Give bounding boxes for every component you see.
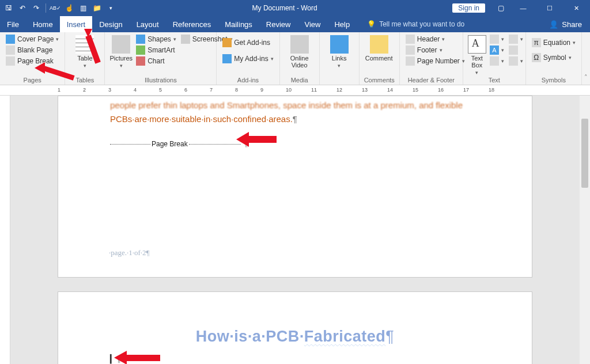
page-break-button[interactable]: Page Break bbox=[5, 56, 60, 66]
group-tables: Table Tables bbox=[65, 32, 105, 85]
symbol-button[interactable]: ΩSymbol bbox=[531, 52, 577, 63]
save-icon[interactable]: 🖫 bbox=[2, 2, 15, 14]
get-addins-button[interactable]: Get Add-ins bbox=[221, 37, 274, 48]
redo-icon[interactable]: ↷ bbox=[30, 2, 43, 14]
qat-customize-icon[interactable]: ▾ bbox=[104, 2, 117, 14]
video-icon bbox=[290, 35, 309, 54]
share-button[interactable]: 👤 Share bbox=[541, 16, 590, 32]
dotted-line bbox=[110, 144, 150, 145]
share-label: Share bbox=[562, 20, 582, 29]
equation-button[interactable]: πEquation bbox=[531, 37, 577, 48]
comment-button[interactable]: Comment bbox=[364, 34, 394, 62]
body-text[interactable]: people prefer thin laptops and Smartphon… bbox=[110, 98, 480, 126]
symbol-label: Symbol bbox=[543, 54, 566, 62]
shapes-icon bbox=[136, 35, 145, 44]
tab-review[interactable]: Review bbox=[259, 16, 298, 32]
group-label-symbols: Symbols bbox=[531, 77, 577, 85]
chart-button[interactable]: Chart bbox=[135, 56, 177, 66]
document-canvas[interactable]: people prefer thin laptops and Smartphon… bbox=[10, 96, 580, 364]
quickparts-button[interactable] bbox=[489, 34, 505, 44]
undo-icon[interactable]: ↶ bbox=[16, 2, 29, 14]
table-button[interactable]: Table bbox=[70, 34, 100, 69]
tab-mailings[interactable]: Mailings bbox=[218, 16, 259, 32]
group-symbols: πEquation ΩSymbol Symbols bbox=[526, 32, 582, 85]
table-icon bbox=[75, 35, 94, 54]
minimize-button[interactable]: — bbox=[510, 0, 536, 16]
pictures-button[interactable]: Pictures bbox=[109, 34, 133, 69]
pictures-label: Pictures bbox=[109, 55, 133, 62]
maximize-button[interactable]: ☐ bbox=[537, 0, 562, 16]
tab-insert[interactable]: Insert bbox=[60, 16, 93, 32]
pilcrow-icon: ¶ bbox=[293, 114, 297, 124]
group-label-comments: Comments bbox=[364, 77, 395, 85]
chart-label: Chart bbox=[148, 57, 164, 65]
lightbulb-icon: 💡 bbox=[367, 20, 376, 28]
textbox-button[interactable]: AText Box bbox=[468, 34, 486, 75]
tab-layout[interactable]: Layout bbox=[130, 16, 166, 32]
object-button[interactable] bbox=[508, 56, 524, 66]
table-label: Table bbox=[77, 55, 92, 62]
spellcheck-icon[interactable]: AB✓ bbox=[49, 2, 62, 14]
group-header-footer: Header Footer Page Number Header & Foote… bbox=[400, 32, 463, 85]
close-button[interactable]: ✕ bbox=[563, 0, 589, 16]
ribbon-tabs: File Home Insert Design Layout Reference… bbox=[0, 16, 590, 32]
links-button[interactable]: Links bbox=[324, 34, 354, 69]
ribbon: Cover Page Blank Page Page Break Pages T… bbox=[0, 32, 590, 85]
wordart-icon: A bbox=[490, 46, 499, 55]
wordart-button[interactable]: A bbox=[489, 45, 505, 55]
scrollbar-thumb[interactable] bbox=[581, 119, 588, 188]
page-2[interactable]: How·is·a·PCB·Fabricated¶ ▎¶ bbox=[58, 291, 532, 364]
pilcrow-icon: ¶ bbox=[116, 354, 121, 363]
footer-button[interactable]: Footer bbox=[404, 45, 466, 55]
equation-label: Equation bbox=[543, 39, 570, 47]
my-addins-button[interactable]: My Add-ins bbox=[221, 54, 274, 64]
tab-help[interactable]: Help bbox=[327, 16, 357, 32]
tab-home[interactable]: Home bbox=[26, 16, 60, 32]
ribbon-display-icon[interactable]: ▢ bbox=[492, 0, 509, 16]
shapes-button[interactable]: Shapes bbox=[135, 34, 177, 44]
header-button[interactable]: Header bbox=[404, 34, 466, 44]
blank-page-button[interactable]: Blank Page bbox=[5, 45, 60, 55]
tab-file[interactable]: File bbox=[0, 16, 26, 32]
tab-references[interactable]: References bbox=[166, 16, 218, 32]
comment-icon bbox=[370, 35, 388, 54]
page-gap bbox=[10, 278, 580, 291]
tell-me-search[interactable]: 💡 Tell me what you want to do bbox=[357, 16, 464, 32]
horizontal-ruler[interactable]: 123456789101112131415161718 bbox=[0, 85, 590, 96]
group-text: AText Box A Text bbox=[463, 32, 526, 85]
body-line1: people prefer thin laptops and Smartphon… bbox=[110, 100, 463, 110]
page-number-button[interactable]: Page Number bbox=[404, 56, 466, 66]
page-1[interactable]: people prefer thin laptops and Smartphon… bbox=[58, 96, 532, 278]
heading-underlined: Fabricated bbox=[304, 328, 386, 345]
store-icon bbox=[222, 38, 232, 47]
equation-icon: π bbox=[532, 38, 541, 47]
my-addins-icon bbox=[222, 54, 232, 63]
online-video-button[interactable]: Online Video bbox=[285, 34, 315, 69]
quickparts-icon bbox=[490, 35, 499, 44]
quick-access-toolbar: 🖫 ↶ ↷ AB✓ ☝ ▥ 📁 ▾ bbox=[0, 2, 117, 14]
smartart-icon bbox=[136, 46, 145, 55]
tell-me-label: Tell me what you want to do bbox=[379, 20, 464, 28]
cover-page-button[interactable]: Cover Page bbox=[5, 34, 60, 44]
page-footer-field[interactable]: ·page.·1·of·2¶ bbox=[109, 248, 150, 257]
openfile-icon[interactable]: 📁 bbox=[90, 2, 103, 14]
datetime-button[interactable] bbox=[508, 45, 524, 55]
my-addins-label: My Add-ins bbox=[234, 55, 268, 63]
touch-mode-icon[interactable]: ☝ bbox=[63, 2, 75, 14]
collapse-ribbon-button[interactable]: ˄ bbox=[582, 32, 590, 85]
vertical-scrollbar[interactable] bbox=[580, 96, 590, 364]
signature-button[interactable] bbox=[508, 34, 524, 44]
quickprint-icon[interactable]: ▥ bbox=[77, 2, 89, 14]
sign-in-button[interactable]: Sign in bbox=[452, 3, 485, 13]
tab-design[interactable]: Design bbox=[92, 16, 129, 32]
dropcap-button[interactable] bbox=[489, 56, 505, 66]
smartart-button[interactable]: SmartArt bbox=[135, 45, 177, 55]
page-break-label: Page Break bbox=[17, 57, 54, 65]
tab-view[interactable]: View bbox=[297, 16, 327, 32]
cursor-paragraph[interactable]: ▎¶ bbox=[110, 354, 121, 363]
group-label-pages: Pages bbox=[5, 77, 60, 85]
heading-text[interactable]: How·is·a·PCB·Fabricated¶ bbox=[58, 328, 532, 346]
get-addins-label: Get Add-ins bbox=[234, 39, 270, 47]
vertical-ruler[interactable] bbox=[0, 96, 10, 364]
page-break-marker[interactable]: Page Break ¶ bbox=[110, 140, 283, 148]
